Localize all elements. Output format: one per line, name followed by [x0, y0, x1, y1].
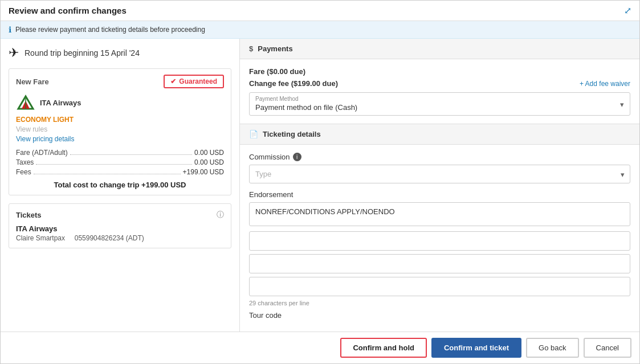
airline-logo — [16, 93, 35, 112]
tickets-section: Tickets ⓘ ITA Airways Claire Smartpax 05… — [9, 203, 231, 248]
endorsement-input-4[interactable] — [249, 277, 630, 296]
payments-header: $ Payments — [240, 39, 639, 59]
fare-line: Fare (ADT/Adult) 0.00 USD — [16, 149, 224, 157]
cabin-class: ECONOMY LIGHT — [16, 116, 224, 124]
tickets-label: Tickets — [16, 211, 42, 219]
trip-date: 15 April '24 — [100, 48, 140, 58]
review-confirm-modal: Review and confirm changes ⤢ ℹ Please re… — [0, 0, 640, 364]
fare-box: New Fare ✔ Guaranteed — [9, 68, 231, 195]
taxes-amount: 0.00 USD — [194, 158, 224, 166]
endorsement-textarea[interactable]: NONREF/CONDITIONS APPLY/NOENDO — [249, 202, 630, 226]
ticketing-content: Commission i Type Endorsement NONREF/CON… — [240, 145, 639, 328]
tour-code-label: Tour code — [249, 311, 630, 320]
payment-method-value: Payment method on file (Cash) — [255, 103, 357, 112]
trip-label: Round trip beginning 15 April '24 — [25, 48, 140, 58]
total-cost: Total cost to change trip +199.00 USD — [16, 181, 224, 189]
endorsement-label: Endorsement — [249, 190, 630, 199]
fare-due: Fare ($0.00 due) — [249, 67, 630, 76]
payment-method-label: Payment Method — [255, 96, 299, 102]
fare-label: Fare (ADT/Adult) — [16, 149, 68, 157]
modal-title: Review and confirm changes — [9, 6, 127, 15]
chevron-down-icon: ▾ — [620, 100, 624, 108]
commission-type-select[interactable]: Type — [249, 165, 630, 183]
cancel-button[interactable]: Cancel — [584, 338, 631, 358]
document-icon: 📄 — [249, 130, 258, 138]
right-panel: $ Payments Fare ($0.00 due) Change fee (… — [240, 39, 639, 332]
expand-icon[interactable]: ⤢ — [624, 5, 631, 16]
info-bar: ℹ Please review payment and ticketing de… — [1, 21, 639, 39]
ticketing-label: Ticketing details — [263, 130, 321, 138]
payments-label: Payments — [258, 44, 292, 53]
ticket-airline: ITA Airways — [16, 224, 224, 233]
info-message: Please review payment and ticketing deta… — [15, 26, 205, 34]
trip-header: ✈ Round trip beginning 15 April '24 — [9, 46, 231, 60]
ticketing-section: 📄 Ticketing details Commission i Type — [240, 124, 639, 328]
change-fee-row: Change fee ($199.00 due) + Add fee waive… — [249, 79, 630, 88]
guaranteed-text: Guaranteed — [179, 77, 217, 85]
guaranteed-badge: ✔ Guaranteed — [164, 75, 224, 88]
commission-label: Commission i — [249, 153, 630, 161]
fare-box-header: New Fare ✔ Guaranteed — [16, 75, 224, 88]
fees-amount: +199.00 USD — [183, 168, 224, 176]
taxes-label: Taxes — [16, 158, 34, 166]
view-rules-link[interactable]: View rules — [16, 125, 224, 133]
add-fee-waiver-link[interactable]: + Add fee waiver — [580, 80, 630, 88]
change-fee-label: Change fee ($199.00 due) — [249, 79, 338, 88]
chars-per-line: 29 characters per line — [249, 300, 630, 306]
confirm-hold-button[interactable]: Confirm and hold — [340, 338, 427, 358]
left-panel: ✈ Round trip beginning 15 April '24 New … — [1, 39, 240, 332]
tickets-header: Tickets ⓘ — [16, 210, 224, 220]
dollar-icon: $ — [249, 44, 253, 53]
plane-icon: ✈ — [9, 46, 19, 60]
taxes-dots — [36, 158, 192, 165]
commission-type-wrapper: Type — [249, 165, 630, 183]
taxes-line: Taxes 0.00 USD — [16, 158, 224, 166]
commission-info-icon[interactable]: i — [293, 153, 301, 161]
ticket-passenger: Claire Smartpax 0559904826234 (ADT) — [16, 234, 224, 242]
airline-row: ITA Airways — [16, 93, 224, 112]
fare-dots — [70, 149, 192, 155]
modal-footer: Confirm and hold Confirm and ticket Go b… — [1, 332, 639, 363]
endorsement-input-3[interactable] — [249, 254, 630, 273]
endorsement-input-2[interactable] — [249, 231, 630, 251]
payments-content: Fare ($0.00 due) Change fee ($199.00 due… — [240, 59, 639, 124]
fare-amount: 0.00 USD — [194, 149, 224, 157]
check-icon: ✔ — [170, 77, 176, 85]
view-pricing-link[interactable]: View pricing details — [16, 135, 224, 143]
tickets-info-icon[interactable]: ⓘ — [217, 210, 224, 220]
new-fare-label: New Fare — [16, 77, 49, 86]
payments-section: $ Payments Fare ($0.00 due) Change fee (… — [240, 39, 639, 124]
modal-body: ✈ Round trip beginning 15 April '24 New … — [1, 39, 639, 332]
fees-label: Fees — [16, 168, 31, 176]
airline-name: ITA Airways — [40, 99, 81, 107]
payment-method-dropdown[interactable]: Payment Method Payment method on file (C… — [249, 92, 630, 116]
info-icon: ℹ — [9, 25, 11, 34]
go-back-button[interactable]: Go back — [526, 338, 578, 358]
modal-header: Review and confirm changes ⤢ — [1, 1, 639, 21]
ticketing-header: 📄 Ticketing details — [240, 124, 639, 145]
confirm-ticket-button[interactable]: Confirm and ticket — [431, 338, 521, 358]
fees-dots — [34, 168, 181, 174]
fees-line: Fees +199.00 USD — [16, 168, 224, 176]
